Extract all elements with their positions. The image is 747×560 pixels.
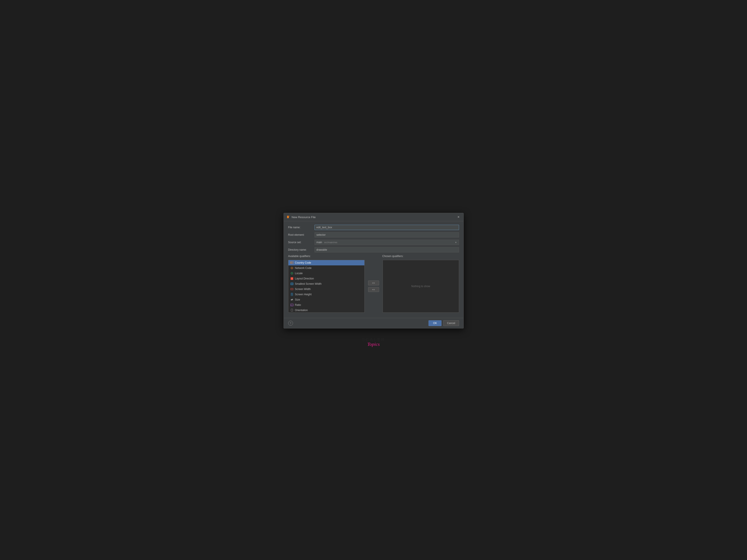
dialog-title-icon [286, 215, 290, 219]
file-name-input[interactable] [314, 225, 459, 230]
smallest-screen-width-icon [290, 282, 294, 286]
size-label: Size [295, 298, 300, 301]
ratio-icon: 16:9 [290, 303, 294, 307]
qualifier-locale[interactable]: Locale [288, 271, 364, 276]
remove-qualifier-button[interactable]: << [368, 287, 379, 292]
available-qualifiers-panel: Country Code Network Code [288, 260, 365, 313]
qualifier-smallest-screen-width[interactable]: Smallest Screen Width [288, 281, 364, 286]
source-set-path: src/main/res [324, 241, 337, 244]
screen-height-label: Screen Height [295, 293, 312, 296]
svg-rect-24 [291, 309, 293, 311]
svg-rect-13 [291, 283, 292, 284]
file-name-label: File name: [288, 226, 314, 229]
directory-name-value: drawable [314, 247, 459, 252]
source-set-row: Source set: main src/main/res ▼ [288, 240, 459, 245]
qualifier-ratio[interactable]: 16:9 Ratio [288, 302, 364, 308]
dialog-overlay: New Resource File × File name: Root elem… [284, 213, 464, 328]
title-left: New Resource File [286, 215, 316, 219]
orientation-icon [290, 308, 294, 312]
chosen-qualifiers-panel: Nothing to show [383, 260, 459, 313]
qualifiers-section: Available qualifiers: Chosen qualifiers: [288, 255, 459, 313]
directory-name-label: Directory name: [288, 248, 314, 251]
available-qualifiers-label: Available qualifiers: [288, 255, 365, 258]
qualifier-orientation[interactable]: Orientation [288, 308, 364, 313]
close-button[interactable]: × [457, 215, 461, 219]
ok-button[interactable]: OK [429, 320, 441, 326]
svg-text:16:9: 16:9 [290, 304, 293, 306]
qualifier-screen-height[interactable]: 1 Screen Height [288, 292, 364, 297]
screen-width-icon [290, 287, 294, 291]
cancel-button[interactable]: Cancel [443, 320, 459, 326]
qualifiers-panels: Country Code Network Code [288, 260, 459, 313]
dropdown-arrow-icon: ▼ [455, 241, 457, 244]
svg-rect-4 [290, 262, 291, 264]
layout-direction-label: Layout Direction [295, 277, 314, 280]
qualifier-country-code[interactable]: Country Code [288, 260, 364, 265]
dialog-titlebar: New Resource File × [284, 213, 463, 221]
add-qualifier-button[interactable]: >> [368, 281, 379, 285]
source-set-label: Source set: [288, 241, 314, 244]
root-element-label: Root element: [288, 233, 314, 236]
root-element-row: Root element: [288, 232, 459, 237]
screen-width-label: Screen Width [295, 287, 311, 291]
footer-action-buttons: OK Cancel [429, 320, 459, 326]
network-code-icon [290, 266, 294, 270]
svg-rect-14 [292, 283, 293, 284]
help-button[interactable]: ? [288, 321, 293, 326]
size-icon [290, 298, 294, 301]
smallest-screen-width-label: Smallest Screen Width [295, 282, 321, 285]
qualifier-layout-direction[interactable]: → Layout Direction [288, 276, 364, 281]
dialog-body: File name: Root element: Source set: mai… [284, 221, 463, 316]
qualifier-size[interactable]: Size [288, 297, 364, 302]
file-name-row: File name: [288, 225, 459, 230]
chosen-qualifiers-list: Nothing to show [383, 260, 459, 313]
country-code-icon [290, 261, 294, 264]
svg-text:1: 1 [291, 293, 292, 295]
network-code-label: Network Code [295, 266, 312, 270]
nothing-to-show-text: Nothing to show [411, 285, 430, 288]
dialog-footer: ? OK Cancel [284, 318, 463, 328]
transfer-buttons: >> << [365, 260, 383, 313]
dialog-title-text: New Resource File [292, 215, 316, 219]
svg-text:→: → [291, 278, 293, 280]
locale-icon [290, 272, 294, 275]
branding: SCALER Topics [362, 337, 385, 347]
svg-rect-21 [290, 299, 293, 301]
screen-height-icon: 1 [290, 292, 294, 296]
qualifier-network-code[interactable]: Network Code [288, 265, 364, 271]
layout-direction-icon: → [290, 277, 294, 280]
locale-label: Locale [295, 272, 303, 275]
directory-name-row: Directory name: drawable [288, 247, 459, 252]
root-element-input[interactable] [314, 232, 459, 237]
source-set-dropdown[interactable]: main src/main/res ▼ [314, 240, 459, 245]
ratio-label: Ratio [295, 303, 301, 306]
new-resource-file-dialog: New Resource File × File name: Root elem… [284, 213, 464, 328]
orientation-label: Orientation [295, 309, 308, 312]
country-code-label: Country Code [295, 261, 311, 264]
qualifier-screen-width[interactable]: Screen Width [288, 286, 364, 292]
available-qualifiers-list: Country Code Network Code [288, 260, 365, 313]
source-set-value: main [316, 241, 322, 244]
chosen-qualifiers-label: Chosen qualifiers: [382, 255, 459, 258]
